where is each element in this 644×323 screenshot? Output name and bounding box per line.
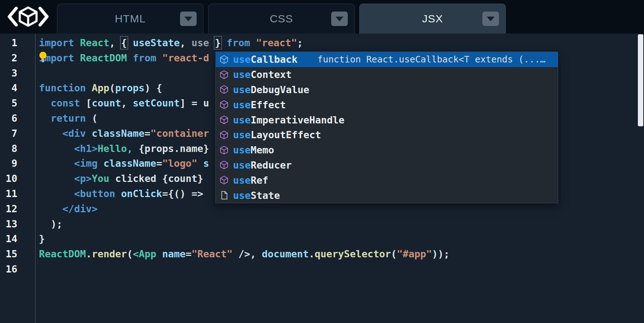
scrollbar-thumb[interactable] xyxy=(638,34,643,126)
suggestion-label: useState xyxy=(233,190,280,201)
autocomplete-item[interactable]: useReducer xyxy=(216,158,558,173)
code-line[interactable]: 14} xyxy=(0,231,636,246)
tab-label: HTML xyxy=(115,13,146,25)
autocomplete-item[interactable]: useState xyxy=(216,188,558,203)
chevron-down-icon xyxy=(336,17,343,21)
code-token: "react" xyxy=(250,37,297,48)
code-token: />, xyxy=(233,248,262,259)
autocomplete-popup: useCallbackfunction React.useCallback<T … xyxy=(215,52,558,203)
code-token: props xyxy=(115,82,144,93)
cube-icon xyxy=(219,160,229,170)
line-number: 10 xyxy=(0,171,17,186)
code-token: [ xyxy=(80,97,92,109)
tab-menu-button[interactable] xyxy=(482,12,499,26)
code-token: { xyxy=(121,37,127,48)
code-token: document xyxy=(262,248,309,259)
line-number: 7 xyxy=(0,126,17,141)
code-token: Hello, xyxy=(98,143,133,154)
rest-text: Effect xyxy=(251,99,286,110)
autocomplete-item[interactable]: useImperativeHandle xyxy=(216,112,558,127)
code-token: setCount xyxy=(133,97,180,109)
match-text: use xyxy=(233,129,251,140)
code-line[interactable]: 13 ); xyxy=(0,217,636,232)
autocomplete-item[interactable]: useContext xyxy=(216,67,558,82)
suggestion-label: useMemo xyxy=(233,144,274,156)
suggestion-label: useContext xyxy=(233,69,292,80)
code-token: <button xyxy=(39,188,115,199)
tab-html[interactable]: HTML xyxy=(57,4,203,34)
autocomplete-item[interactable]: useEffect xyxy=(216,97,558,112)
code-line[interactable]: 12 </div> xyxy=(0,201,636,217)
line-number: 12 xyxy=(0,201,17,217)
code-token: {props.name} xyxy=(133,143,209,154)
tab-menu-button[interactable] xyxy=(331,12,348,26)
suggestion-detail: function React.useCallback<T extends (..… xyxy=(317,54,546,65)
autocomplete-item[interactable]: useDebugValue xyxy=(216,82,558,97)
match-text: use xyxy=(233,114,251,126)
line-number: 4 xyxy=(0,80,17,96)
code-line[interactable]: 15ReactDOM.render(<App name="React" />, … xyxy=(0,246,636,262)
rest-text: Callback xyxy=(251,54,298,65)
code-token: use xyxy=(192,37,209,48)
code-text: return ( xyxy=(39,111,98,126)
cube-icon xyxy=(219,115,229,125)
cube-icon xyxy=(219,100,229,109)
suggestion-label: useRef xyxy=(233,175,268,186)
line-number: 14 xyxy=(0,231,17,246)
code-playground-app: HTMLCSSJSX 1import React, { useState, us… xyxy=(0,0,644,323)
code-line[interactable]: 1import React, { useState, use } from "r… xyxy=(0,35,636,51)
chevron-down-icon xyxy=(184,17,192,21)
line-number: 1 xyxy=(0,35,17,51)
match-text: use xyxy=(233,69,251,80)
code-text: ); xyxy=(39,217,62,232)
code-token: useState xyxy=(133,37,180,48)
code-text: const [count, setCount] = u xyxy=(39,96,209,111)
match-text: use xyxy=(233,144,251,156)
autocomplete-item[interactable]: useMemo xyxy=(216,143,558,158)
cube-icon xyxy=(219,145,229,155)
code-token: = xyxy=(156,158,162,169)
code-text: <img className="logo" s xyxy=(39,156,209,171)
match-text: use xyxy=(233,99,251,110)
code-token: <p> xyxy=(39,173,92,184)
editor-scrollbar[interactable] xyxy=(637,34,644,323)
rest-text: DebugValue xyxy=(251,84,310,95)
cube-icon xyxy=(219,175,229,185)
suggestion-label: useCallback xyxy=(233,54,298,65)
code-text: <h1>Hello, {props.name} xyxy=(39,141,209,156)
code-token: } xyxy=(215,37,221,48)
code-text: ReactDOM.render(<App name="React" />, do… xyxy=(39,246,450,262)
autocomplete-item[interactable]: useLayoutEffect xyxy=(216,127,558,143)
code-token: querySelector xyxy=(315,248,391,259)
code-token: "React" xyxy=(192,248,233,259)
code-token: "#app" xyxy=(397,248,432,259)
tab-menu-button[interactable] xyxy=(180,12,197,26)
code-token: , xyxy=(121,97,133,109)
code-token: App xyxy=(86,82,109,93)
code-token: clicked {count} xyxy=(109,173,209,184)
line-number: 6 xyxy=(0,111,17,126)
code-token: className xyxy=(86,128,145,139)
cube-icon xyxy=(219,70,229,79)
code-line[interactable]: 16 xyxy=(0,262,636,277)
code-token: <App xyxy=(133,248,156,259)
line-number: 2 xyxy=(0,51,17,66)
code-token: ) { xyxy=(145,82,162,93)
autocomplete-item[interactable]: useCallbackfunction React.useCallback<T … xyxy=(216,52,558,67)
code-token: ); xyxy=(39,218,62,230)
code-editor[interactable]: 1import React, { useState, use } from "r… xyxy=(0,34,644,323)
code-token: . xyxy=(86,248,92,259)
tab-jsx[interactable]: JSX xyxy=(359,4,506,34)
code-token: ReactDOM xyxy=(39,248,86,259)
code-token: className xyxy=(98,158,157,169)
code-token: You xyxy=(92,173,109,184)
code-text: function App(props) { xyxy=(39,80,162,96)
code-text: <div className="container xyxy=(39,126,209,141)
code-token: , xyxy=(180,37,192,48)
autocomplete-item[interactable]: useRef xyxy=(216,173,558,188)
quickfix-lightbulb-icon[interactable] xyxy=(38,51,48,63)
code-token: React xyxy=(74,37,110,48)
code-text: <p>You clicked {count} xyxy=(39,171,209,186)
tab-css[interactable]: CSS xyxy=(208,4,355,34)
code-token: = xyxy=(145,128,150,139)
